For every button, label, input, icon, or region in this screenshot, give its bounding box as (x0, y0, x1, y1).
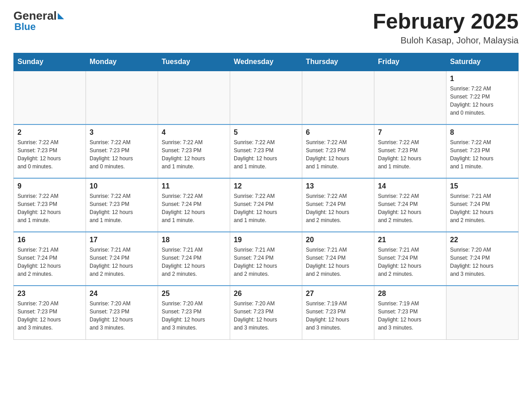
day-number: 27 (306, 290, 370, 298)
calendar-cell: 20Sunrise: 7:21 AM Sunset: 7:24 PM Dayli… (302, 232, 374, 286)
day-number: 24 (90, 290, 154, 298)
weekday-header-sunday: Sunday (14, 53, 86, 71)
day-info: Sunrise: 7:22 AM Sunset: 7:23 PM Dayligh… (17, 192, 82, 224)
day-info: Sunrise: 7:19 AM Sunset: 7:23 PM Dayligh… (306, 300, 370, 332)
calendar-cell: 11Sunrise: 7:22 AM Sunset: 7:24 PM Dayli… (158, 178, 230, 232)
day-number: 19 (234, 236, 298, 244)
calendar-cell (86, 71, 158, 124)
calendar-table: SundayMondayTuesdayWednesdayThursdayFrid… (13, 53, 519, 340)
calendar-cell: 28Sunrise: 7:19 AM Sunset: 7:23 PM Dayli… (374, 286, 446, 339)
day-number: 5 (234, 128, 298, 137)
day-info: Sunrise: 7:20 AM Sunset: 7:23 PM Dayligh… (162, 300, 226, 332)
weekday-header-friday: Friday (374, 53, 446, 71)
day-info: Sunrise: 7:22 AM Sunset: 7:24 PM Dayligh… (234, 192, 298, 224)
day-number: 18 (162, 236, 226, 244)
logo: General Blue (13, 9, 65, 33)
day-number: 2 (17, 128, 82, 137)
calendar-week-2: 2Sunrise: 7:22 AM Sunset: 7:23 PM Daylig… (14, 124, 519, 178)
day-info: Sunrise: 7:20 AM Sunset: 7:23 PM Dayligh… (90, 300, 154, 332)
day-number: 15 (450, 182, 515, 190)
calendar-cell: 9Sunrise: 7:22 AM Sunset: 7:23 PM Daylig… (14, 178, 86, 232)
day-number: 21 (378, 236, 442, 244)
day-number: 3 (90, 128, 154, 137)
day-info: Sunrise: 7:21 AM Sunset: 7:24 PM Dayligh… (234, 246, 298, 278)
calendar-cell (302, 71, 374, 124)
calendar-cell (374, 71, 446, 124)
day-number: 8 (450, 128, 515, 137)
calendar-cell: 2Sunrise: 7:22 AM Sunset: 7:23 PM Daylig… (14, 124, 86, 178)
weekday-header-row: SundayMondayTuesdayWednesdayThursdayFrid… (14, 53, 519, 71)
day-info: Sunrise: 7:22 AM Sunset: 7:23 PM Dayligh… (90, 138, 154, 171)
calendar-title: February 2025 (373, 9, 519, 34)
header: General Blue February 2025 Buloh Kasap, … (13, 9, 519, 46)
calendar-week-1: 1Sunrise: 7:22 AM Sunset: 7:22 PM Daylig… (14, 71, 519, 124)
weekday-header-thursday: Thursday (302, 53, 374, 71)
day-info: Sunrise: 7:22 AM Sunset: 7:23 PM Dayligh… (17, 138, 82, 171)
day-info: Sunrise: 7:22 AM Sunset: 7:22 PM Dayligh… (450, 85, 515, 117)
weekday-header-saturday: Saturday (446, 53, 519, 71)
logo-blue: Blue (13, 21, 36, 33)
calendar-cell: 21Sunrise: 7:21 AM Sunset: 7:24 PM Dayli… (374, 232, 446, 286)
day-info: Sunrise: 7:20 AM Sunset: 7:23 PM Dayligh… (234, 300, 298, 332)
calendar-cell: 7Sunrise: 7:22 AM Sunset: 7:23 PM Daylig… (374, 124, 446, 178)
calendar-cell: 23Sunrise: 7:20 AM Sunset: 7:23 PM Dayli… (14, 286, 86, 339)
day-info: Sunrise: 7:22 AM Sunset: 7:23 PM Dayligh… (306, 138, 370, 171)
day-info: Sunrise: 7:20 AM Sunset: 7:23 PM Dayligh… (17, 300, 82, 332)
day-number: 22 (450, 236, 515, 244)
weekday-header-monday: Monday (86, 53, 158, 71)
calendar-cell: 18Sunrise: 7:21 AM Sunset: 7:24 PM Dayli… (158, 232, 230, 286)
title-area: February 2025 Buloh Kasap, Johor, Malays… (373, 9, 519, 46)
day-info: Sunrise: 7:21 AM Sunset: 7:24 PM Dayligh… (17, 246, 82, 278)
day-number: 26 (234, 290, 298, 298)
day-number: 9 (17, 182, 82, 190)
day-info: Sunrise: 7:21 AM Sunset: 7:24 PM Dayligh… (306, 246, 370, 278)
day-number: 23 (17, 290, 82, 298)
day-info: Sunrise: 7:22 AM Sunset: 7:24 PM Dayligh… (378, 192, 442, 224)
day-number: 13 (306, 182, 370, 190)
calendar-cell: 6Sunrise: 7:22 AM Sunset: 7:23 PM Daylig… (302, 124, 374, 178)
day-info: Sunrise: 7:21 AM Sunset: 7:24 PM Dayligh… (90, 246, 154, 278)
day-number: 20 (306, 236, 370, 244)
calendar-cell: 19Sunrise: 7:21 AM Sunset: 7:24 PM Dayli… (230, 232, 302, 286)
logo-triangle-icon (58, 13, 64, 19)
day-info: Sunrise: 7:22 AM Sunset: 7:23 PM Dayligh… (162, 138, 226, 171)
calendar-cell: 17Sunrise: 7:21 AM Sunset: 7:24 PM Dayli… (86, 232, 158, 286)
day-info: Sunrise: 7:22 AM Sunset: 7:23 PM Dayligh… (234, 138, 298, 171)
day-number: 4 (162, 128, 226, 137)
calendar-cell: 25Sunrise: 7:20 AM Sunset: 7:23 PM Dayli… (158, 286, 230, 339)
day-number: 1 (450, 75, 515, 83)
calendar-cell: 24Sunrise: 7:20 AM Sunset: 7:23 PM Dayli… (86, 286, 158, 339)
day-number: 12 (234, 182, 298, 190)
calendar-week-5: 23Sunrise: 7:20 AM Sunset: 7:23 PM Dayli… (14, 286, 519, 339)
calendar-cell: 4Sunrise: 7:22 AM Sunset: 7:23 PM Daylig… (158, 124, 230, 178)
calendar-cell: 3Sunrise: 7:22 AM Sunset: 7:23 PM Daylig… (86, 124, 158, 178)
day-info: Sunrise: 7:21 AM Sunset: 7:24 PM Dayligh… (162, 246, 226, 278)
day-info: Sunrise: 7:19 AM Sunset: 7:23 PM Dayligh… (378, 300, 442, 332)
calendar-cell: 1Sunrise: 7:22 AM Sunset: 7:22 PM Daylig… (446, 71, 519, 124)
calendar-cell (158, 71, 230, 124)
calendar-cell: 8Sunrise: 7:22 AM Sunset: 7:23 PM Daylig… (446, 124, 519, 178)
calendar-cell: 14Sunrise: 7:22 AM Sunset: 7:24 PM Dayli… (374, 178, 446, 232)
calendar-cell: 27Sunrise: 7:19 AM Sunset: 7:23 PM Dayli… (302, 286, 374, 339)
calendar-cell: 22Sunrise: 7:20 AM Sunset: 7:24 PM Dayli… (446, 232, 519, 286)
calendar-cell: 26Sunrise: 7:20 AM Sunset: 7:23 PM Dayli… (230, 286, 302, 339)
day-info: Sunrise: 7:22 AM Sunset: 7:23 PM Dayligh… (450, 138, 515, 171)
day-number: 25 (162, 290, 226, 298)
day-info: Sunrise: 7:20 AM Sunset: 7:24 PM Dayligh… (450, 246, 515, 278)
day-number: 10 (90, 182, 154, 190)
day-number: 7 (378, 128, 442, 137)
calendar-cell: 15Sunrise: 7:21 AM Sunset: 7:24 PM Dayli… (446, 178, 519, 232)
day-number: 14 (378, 182, 442, 190)
calendar-cell: 16Sunrise: 7:21 AM Sunset: 7:24 PM Dayli… (14, 232, 86, 286)
calendar-subtitle: Buloh Kasap, Johor, Malaysia (373, 35, 519, 46)
calendar-cell: 13Sunrise: 7:22 AM Sunset: 7:24 PM Dayli… (302, 178, 374, 232)
day-info: Sunrise: 7:22 AM Sunset: 7:24 PM Dayligh… (162, 192, 226, 224)
day-number: 16 (17, 236, 82, 244)
day-info: Sunrise: 7:21 AM Sunset: 7:24 PM Dayligh… (378, 246, 442, 278)
calendar-cell (14, 71, 86, 124)
calendar-cell (446, 286, 519, 339)
calendar-cell: 5Sunrise: 7:22 AM Sunset: 7:23 PM Daylig… (230, 124, 302, 178)
calendar-cell (230, 71, 302, 124)
day-info: Sunrise: 7:22 AM Sunset: 7:23 PM Dayligh… (378, 138, 442, 171)
day-info: Sunrise: 7:22 AM Sunset: 7:24 PM Dayligh… (306, 192, 370, 224)
